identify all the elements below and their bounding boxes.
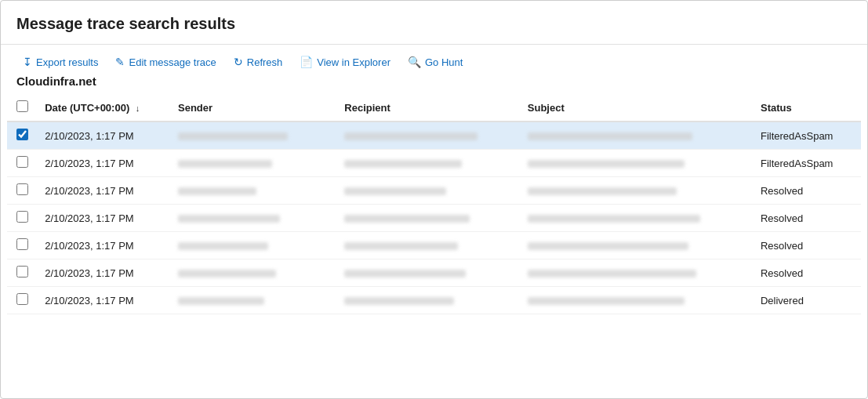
- row-recipient: [336, 287, 520, 314]
- row-checkbox[interactable]: [16, 238, 28, 250]
- sender-blurred: [178, 187, 256, 195]
- table-row: 2/10/2023, 1:17 PMFilteredAsSpam: [7, 150, 861, 177]
- select-all-header: [7, 94, 37, 122]
- go-hunt-button[interactable]: 🔍 Go Hunt: [401, 53, 469, 71]
- hunt-label: Go Hunt: [425, 56, 463, 68]
- row-date: 2/10/2023, 1:17 PM: [37, 150, 170, 177]
- watermark-text: Cloudinfra.net: [16, 74, 96, 88]
- col-status-label: Status: [761, 102, 792, 114]
- export-icon: ↧: [23, 56, 32, 68]
- export-label: Export results: [36, 56, 98, 68]
- col-header-sender[interactable]: Sender: [170, 94, 336, 122]
- row-status: Resolved: [753, 205, 861, 232]
- recipient-blurred: [344, 215, 470, 223]
- table-row: 2/10/2023, 1:17 PMDelivered: [7, 287, 861, 314]
- export-button[interactable]: ↧ Export results: [16, 53, 104, 71]
- sender-blurred: [178, 297, 264, 305]
- row-subject: [520, 150, 753, 177]
- row-sender: [170, 287, 336, 314]
- row-date: 2/10/2023, 1:17 PM: [37, 232, 170, 259]
- table-row: 2/10/2023, 1:17 PMResolved: [7, 177, 861, 205]
- col-header-date[interactable]: Date (UTC+00:00) ↓: [37, 94, 170, 122]
- row-sender: [170, 177, 336, 205]
- row-checkbox[interactable]: [16, 266, 28, 277]
- subject-blurred: [528, 297, 685, 305]
- subject-blurred: [528, 242, 688, 250]
- subject-blurred: [528, 132, 692, 140]
- col-header-status[interactable]: Status: [753, 94, 861, 122]
- recipient-blurred: [344, 270, 466, 277]
- row-recipient: [336, 150, 520, 177]
- row-recipient: [336, 122, 520, 150]
- sender-blurred: [178, 270, 276, 277]
- row-sender: [170, 259, 336, 287]
- row-recipient: [336, 205, 520, 232]
- select-all-checkbox[interactable]: [16, 100, 28, 112]
- row-checkbox-cell: [7, 177, 37, 205]
- col-date-label: Date (UTC+00:00): [45, 102, 129, 114]
- row-checkbox[interactable]: [16, 129, 28, 140]
- col-sender-label: Sender: [178, 102, 212, 114]
- row-checkbox[interactable]: [16, 183, 28, 195]
- sender-blurred: [178, 160, 272, 168]
- recipient-blurred: [344, 242, 458, 250]
- table-row: 2/10/2023, 1:17 PMResolved: [7, 205, 861, 232]
- table-row: 2/10/2023, 1:17 PMResolved: [7, 259, 861, 287]
- row-status: FilteredAsSpam: [753, 122, 861, 150]
- sender-blurred: [178, 242, 268, 250]
- results-table: Date (UTC+00:00) ↓ Sender Recipient Subj…: [7, 94, 861, 314]
- subject-blurred: [528, 160, 685, 168]
- table-row: 2/10/2023, 1:17 PMResolved: [7, 232, 861, 259]
- subject-blurred: [528, 187, 677, 195]
- col-recipient-label: Recipient: [344, 102, 390, 114]
- hunt-icon: 🔍: [408, 56, 421, 68]
- view-in-explorer-button[interactable]: 📄 View in Explorer: [293, 53, 397, 71]
- toolbar: ↧ Export results ✎ Edit message trace ↻ …: [1, 45, 867, 73]
- row-recipient: [336, 177, 520, 205]
- row-recipient: [336, 232, 520, 259]
- edit-message-trace-button[interactable]: ✎ Edit message trace: [109, 53, 222, 71]
- row-recipient: [336, 259, 520, 287]
- row-date: 2/10/2023, 1:17 PM: [37, 177, 170, 205]
- page-header: Message trace search results: [1, 1, 867, 45]
- results-table-container: Date (UTC+00:00) ↓ Sender Recipient Subj…: [1, 94, 867, 314]
- recipient-blurred: [344, 187, 446, 195]
- watermark: Cloudinfra.net: [1, 73, 867, 94]
- row-sender: [170, 205, 336, 232]
- main-container: Message trace search results ↧ Export re…: [0, 0, 868, 399]
- refresh-label: Refresh: [247, 56, 283, 68]
- sender-blurred: [178, 215, 280, 223]
- row-checkbox-cell: [7, 205, 37, 232]
- row-checkbox[interactable]: [16, 293, 28, 305]
- row-sender: [170, 150, 336, 177]
- edit-icon: ✎: [115, 56, 125, 68]
- row-date: 2/10/2023, 1:17 PM: [37, 287, 170, 314]
- row-checkbox-cell: [7, 122, 37, 150]
- recipient-blurred: [344, 132, 478, 140]
- row-checkbox-cell: [7, 150, 37, 177]
- subject-blurred: [528, 270, 696, 277]
- view-label: View in Explorer: [317, 56, 390, 68]
- row-subject: [520, 259, 753, 287]
- table-header-row: Date (UTC+00:00) ↓ Sender Recipient Subj…: [7, 94, 861, 122]
- row-subject: [520, 287, 753, 314]
- row-sender: [170, 122, 336, 150]
- row-subject: [520, 177, 753, 205]
- row-status: FilteredAsSpam: [753, 150, 861, 177]
- row-checkbox[interactable]: [16, 156, 28, 168]
- row-sender: [170, 232, 336, 259]
- refresh-button[interactable]: ↻ Refresh: [227, 53, 289, 71]
- row-date: 2/10/2023, 1:17 PM: [37, 122, 170, 150]
- row-date: 2/10/2023, 1:17 PM: [37, 259, 170, 287]
- page-title: Message trace search results: [16, 15, 852, 33]
- recipient-blurred: [344, 297, 454, 305]
- row-checkbox[interactable]: [16, 211, 28, 223]
- row-subject: [520, 122, 753, 150]
- col-header-subject[interactable]: Subject: [520, 94, 753, 122]
- refresh-icon: ↻: [234, 56, 243, 68]
- view-icon: 📄: [300, 56, 313, 68]
- row-subject: [520, 232, 753, 259]
- col-header-recipient[interactable]: Recipient: [336, 94, 520, 122]
- subject-blurred: [528, 215, 700, 223]
- col-subject-label: Subject: [528, 102, 565, 114]
